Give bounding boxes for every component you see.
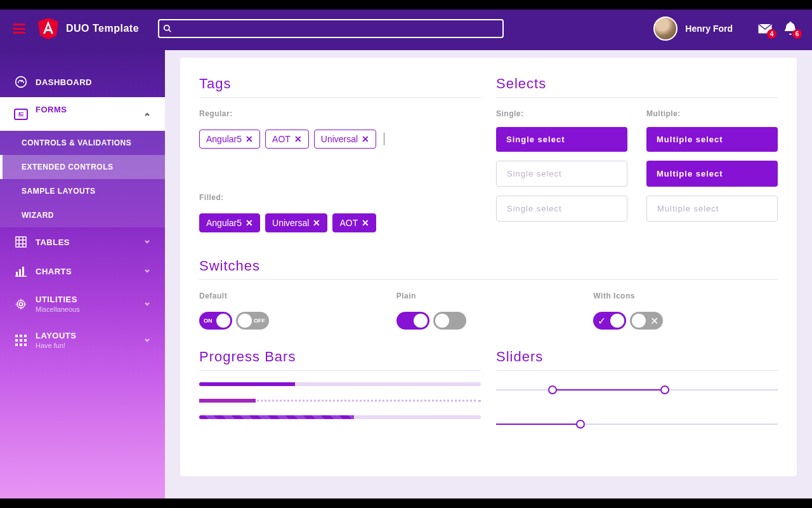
forms-submenu: CONTROLS & VALIDATIONS EXTENDED CONTROLS… (0, 131, 165, 227)
switch-icons-on[interactable]: ✓ (593, 312, 626, 330)
multiple-label: Multiple: (646, 109, 778, 118)
svg-rect-8 (16, 237, 26, 247)
topbar: DUO Template Henry Ford 4 6 (0, 10, 812, 48)
progress-bar-3 (199, 415, 481, 419)
sidebar-item-dashboard[interactable]: DASHBOARD (0, 67, 165, 97)
user-name[interactable]: Henry Ford (685, 23, 733, 34)
sidebar-item-forms[interactable]: FORMS Several examples of forms (0, 97, 165, 131)
menu-toggle-icon[interactable] (13, 23, 25, 34)
single-slider[interactable] (496, 417, 778, 432)
mail-badge: 4 (767, 29, 776, 39)
search-icon (163, 24, 172, 33)
svg-rect-15 (22, 267, 24, 276)
switch-icons-off[interactable]: ✕ (630, 312, 663, 330)
multiple-select-solid-2[interactable]: Multiple select (646, 161, 778, 187)
multiple-select-outline[interactable]: Multiple select (646, 196, 778, 222)
switches-section: Switches Default ON OFF Plain (199, 258, 778, 330)
single-select-solid[interactable]: Single select (496, 127, 627, 152)
svg-rect-5 (21, 112, 23, 113)
gear-icon (14, 298, 28, 310)
multiple-select-solid[interactable]: Multiple select (646, 127, 778, 152)
tag-item[interactable]: Universal✕ (265, 213, 327, 232)
range-slider[interactable] (496, 382, 778, 398)
notifications-button[interactable]: 6 (782, 20, 799, 37)
sidebar-item-subtitle: Have fun! (36, 342, 76, 349)
svg-point-4 (19, 112, 21, 114)
sidebar-item-charts[interactable]: CHARTS (0, 257, 165, 286)
svg-rect-18 (15, 335, 18, 337)
avatar[interactable] (653, 17, 678, 41)
chevron-down-icon (143, 300, 151, 308)
search-input[interactable] (158, 19, 504, 38)
sliders-section: Sliders (496, 349, 778, 451)
tags-title: Tags (199, 76, 481, 92)
switch-default-off[interactable]: OFF (236, 312, 269, 330)
tag-item[interactable]: AOT✕ (332, 213, 376, 232)
check-icon: ✓ (598, 315, 606, 327)
sidebar: DASHBOARD FORMS Several examples of form… (0, 48, 165, 498)
sidebar-sub-sample[interactable]: SAMPLE LAYOUTS (0, 179, 165, 203)
switches-title: Switches (199, 258, 778, 274)
progress-bar-2 (199, 399, 481, 403)
tag-item[interactable]: Angular5✕ (199, 130, 260, 149)
svg-point-0 (164, 25, 169, 30)
tag-remove-icon[interactable]: ✕ (362, 218, 369, 228)
forms-icon (14, 109, 28, 120)
sidebar-item-label: UTILITIES (36, 295, 80, 304)
tags-filled-label: Filled: (199, 193, 481, 202)
charts-icon (14, 265, 28, 277)
chevron-down-icon (143, 238, 151, 246)
tags-filled-row[interactable]: Angular5✕ Universal✕ AOT✕ (199, 213, 481, 232)
tags-regular-row[interactable]: Angular5✕ AOT✕ Universal✕ (199, 130, 481, 149)
search-field[interactable] (158, 19, 504, 38)
mail-button[interactable]: 4 (756, 20, 774, 37)
dashboard-icon (14, 76, 28, 88)
tag-remove-icon[interactable]: ✕ (313, 218, 320, 228)
selects-title: Selects (496, 76, 778, 92)
single-select-outline-2[interactable]: Single select (496, 196, 627, 222)
svg-rect-14 (19, 269, 21, 276)
svg-rect-25 (20, 344, 22, 346)
sidebar-item-tables[interactable]: TABLES (0, 227, 165, 257)
svg-rect-13 (16, 272, 18, 276)
switch-plain-on[interactable] (396, 312, 429, 330)
chevron-up-icon (143, 110, 151, 118)
sidebar-sub-wizard[interactable]: WIZARD (0, 203, 165, 227)
svg-rect-26 (24, 344, 27, 346)
sidebar-sub-extended[interactable]: EXTENDED CONTROLS (0, 155, 165, 179)
svg-rect-6 (18, 114, 23, 115)
progress-section: Progress Bars (199, 349, 481, 451)
sidebar-item-label: LAYOUTS (36, 331, 76, 340)
sidebar-item-utilities[interactable]: UTILITIES Miscellaneous (0, 286, 165, 322)
tag-input-cursor (384, 133, 384, 145)
tag-remove-icon[interactable]: ✕ (294, 134, 302, 144)
progress-title: Progress Bars (199, 349, 481, 365)
slider-handle[interactable] (576, 420, 585, 429)
sidebar-item-layouts[interactable]: LAYOUTS Have fun! (0, 322, 165, 358)
grid-icon (14, 335, 28, 346)
svg-rect-19 (20, 335, 22, 337)
switch-default-label: Default (199, 291, 384, 300)
switch-default-on[interactable]: ON (199, 312, 232, 330)
tag-remove-icon[interactable]: ✕ (362, 134, 369, 144)
sidebar-item-label: CHARTS (36, 267, 72, 276)
svg-rect-21 (15, 339, 18, 342)
tag-item[interactable]: Universal✕ (314, 130, 376, 149)
sidebar-sub-controls[interactable]: CONTROLS & VALIDATIONS (0, 131, 165, 155)
slider-handle-high[interactable] (660, 385, 669, 394)
tag-remove-icon[interactable]: ✕ (246, 218, 253, 228)
tags-section: Tags Regular: Angular5✕ AOT✕ Universal✕ … (199, 76, 481, 251)
svg-rect-22 (20, 339, 22, 342)
switch-plain-off[interactable] (433, 312, 466, 330)
svg-rect-7 (18, 116, 23, 116)
svg-point-17 (20, 302, 23, 305)
close-icon: ✕ (650, 315, 658, 327)
slider-handle-low[interactable] (548, 385, 557, 394)
tag-item[interactable]: AOT✕ (265, 130, 309, 149)
tag-item[interactable]: Angular5✕ (199, 213, 260, 232)
svg-line-1 (169, 30, 171, 32)
single-select-outline[interactable]: Single select (496, 161, 627, 187)
svg-rect-20 (24, 335, 27, 337)
single-label: Single: (496, 109, 627, 118)
tag-remove-icon[interactable]: ✕ (246, 134, 253, 144)
